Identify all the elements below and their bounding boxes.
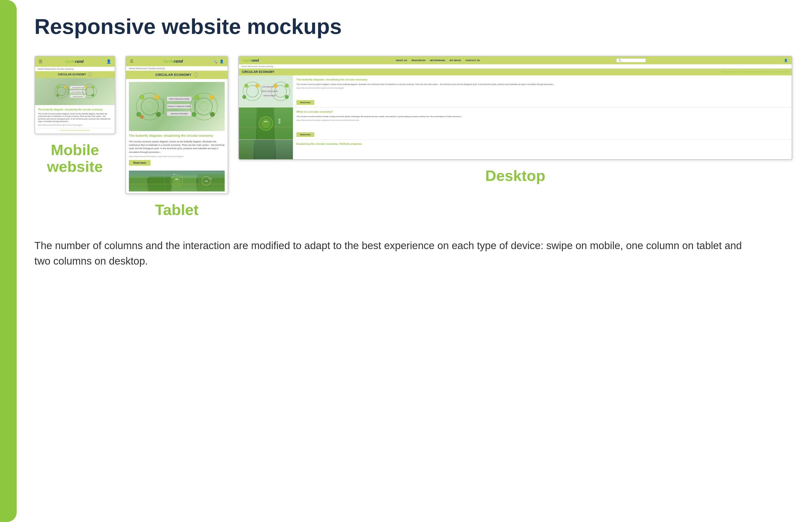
svg-rect-85 xyxy=(255,140,275,159)
svg-point-81 xyxy=(278,119,281,121)
desktop-article-2-title: What is a circular economy? xyxy=(296,110,788,114)
desktop-article-1-text: The circular economy system diagram, kno… xyxy=(296,83,788,86)
svg-rect-75 xyxy=(275,107,293,139)
desktop-page-title: CIRCULAR ECONOMY xyxy=(242,70,275,74)
tab-success[interactable]: Success stories xyxy=(775,71,789,73)
tablet-user-icon[interactable]: 👤 xyxy=(219,59,224,63)
tablet-article-text: The circular economy system diagram, kno… xyxy=(129,140,225,154)
desktop-article-1-body: The butterfly diagram: visualising the c… xyxy=(293,75,792,107)
mobile-mockup-wrapper: ☰ cyclerand 👤 Home/ Resources/ Circular … xyxy=(34,56,115,175)
hamburger-icon[interactable]: ☰ xyxy=(39,59,42,64)
mobile-page-title: CIRCULAR ECONOMY xyxy=(58,73,86,76)
svg-text:73%: 73% xyxy=(204,180,208,182)
nav-contact-us[interactable]: CONTACT US xyxy=(466,59,480,62)
mobile-article-content: The butterfly diagram: visualising the c… xyxy=(35,105,115,134)
tablet-download-icon[interactable]: ↓ xyxy=(194,73,198,77)
desktop-header: cyclerand ABOUT US RESOURCES NETWORKING … xyxy=(239,57,792,64)
article3-image xyxy=(239,140,293,159)
tablet-article-url: https://ellenmacarthurfoundation.org/cir… xyxy=(129,155,225,158)
description-text: The number of columns and the interactio… xyxy=(34,238,747,269)
svg-point-18 xyxy=(145,102,154,111)
desktop-article-2-image: 58% xyxy=(239,107,293,139)
svg-text:58%: 58% xyxy=(264,120,268,123)
swipe-indicator xyxy=(38,130,112,130)
desktop-breadcrumb: Home/ Resources/ Circular economy xyxy=(239,64,792,68)
svg-text:PRODUCT MANUFACTURER: PRODUCT MANUFACTURER xyxy=(168,105,191,107)
desktop-tabs: Research advances Sustainability today a… xyxy=(722,71,789,73)
desktop-page-title-bar: CIRCULAR ECONOMY Research advances Susta… xyxy=(239,68,792,75)
user-icon[interactable]: 👤 xyxy=(106,59,111,64)
desktop-search-icon: 🔍 xyxy=(618,59,621,62)
desktop-logo: cyclerand xyxy=(243,58,259,62)
tablet-page-title-bar: CIRCULAR ECONOMY ↓ xyxy=(126,71,227,79)
desktop-article-1-url: https://ellenmacarthurfoundation.org/cir… xyxy=(296,87,788,89)
svg-point-36 xyxy=(192,112,196,117)
svg-point-32 xyxy=(140,115,144,119)
mobile-header: ☰ cyclerand 👤 xyxy=(35,57,115,67)
svg-text:⚡: ⚡ xyxy=(141,96,143,99)
tablet-hamburger-icon[interactable]: ☰ xyxy=(130,59,133,64)
desktop-article-3-row: Explaining the circular economy: Rethink… xyxy=(239,140,792,159)
tablet-page-title: CIRCULAR ECONOMY xyxy=(155,73,192,77)
svg-point-14 xyxy=(84,86,87,88)
svg-rect-82 xyxy=(278,121,280,124)
desktop-article-1-row: PARTS MANUFACTURER PRODUCT MANUFACTURER … xyxy=(239,75,792,107)
tablet-logo: cyclerand xyxy=(163,59,183,64)
mobile-article-image: PARTS MANUFACTURER PRODUCT MANUFACTURER … xyxy=(35,78,115,105)
desktop-article-2-row: 58% What is a circular economy? The circ… xyxy=(239,107,792,139)
aerial-image-desktop: 58% xyxy=(239,107,293,139)
desktop-user-icon[interactable]: 👤 xyxy=(784,59,788,62)
butterfly-diagram-mobile: PARTS MANUFACTURER PRODUCT MANUFACTURER … xyxy=(52,79,98,104)
nav-resources[interactable]: RESOURCES xyxy=(412,59,425,62)
mobile-logo: cyclerand xyxy=(65,59,84,64)
svg-point-71 xyxy=(285,95,289,99)
tab-sustainability[interactable]: Sustainability today and tomorrow xyxy=(742,71,772,73)
desktop-label: Desktop xyxy=(238,167,792,184)
svg-text:PARTS MANUFACTURER: PARTS MANUFACTURER xyxy=(72,87,84,88)
svg-rect-73 xyxy=(239,107,256,139)
svg-point-12 xyxy=(56,94,59,97)
desktop-read-more-button-1[interactable]: Read more xyxy=(296,100,314,105)
tab-research[interactable]: Research advances xyxy=(722,71,739,73)
svg-point-15 xyxy=(91,94,94,97)
mobile-label: Mobilewebsite xyxy=(47,142,103,175)
desktop-search-bar[interactable]: 🔍 xyxy=(616,58,646,62)
svg-text:SERVICE PROVIDER: SERVICE PROVIDER xyxy=(263,95,276,97)
stat-73: 73% xyxy=(209,178,212,180)
nav-my-space[interactable]: MY SPACE xyxy=(450,59,461,62)
desktop-nav: ABOUT US RESOURCES NETWORKING MY SPACE C… xyxy=(396,59,480,62)
tablet-label: Tablet xyxy=(155,201,199,218)
svg-text:PRODUCT MANUFACTURER: PRODUCT MANUFACTURER xyxy=(71,92,84,93)
tablet-header: ☰ cyclerand 🔍 👤 xyxy=(126,57,227,66)
mobile-breadcrumb: Home/ Resources/ Circular economy xyxy=(35,67,115,71)
tablet-icons: 🔍 👤 xyxy=(213,59,224,63)
svg-rect-86 xyxy=(276,140,293,159)
tablet-second-article-image: 38% 73% 30% 73% xyxy=(129,170,225,192)
svg-point-67 xyxy=(255,84,259,87)
left-accent-bar xyxy=(0,0,17,522)
svg-rect-47 xyxy=(198,174,225,192)
stat-30: 30% xyxy=(173,174,177,176)
page-title: Responsive website mockups xyxy=(34,15,792,39)
svg-text:PARTS MANUFACTURER: PARTS MANUFACTURER xyxy=(169,98,190,100)
mobile-page-title-bar: CIRCULAR ECONOMY ↓ xyxy=(35,71,115,78)
download-icon[interactable]: ↓ xyxy=(88,73,92,77)
tablet-frame: ☰ cyclerand 🔍 👤 Home/ Resources/ Circula… xyxy=(125,56,229,194)
tablet-article-content: The butterfly diagram: visualising the c… xyxy=(126,134,227,168)
desktop-frame: cyclerand ABOUT US RESOURCES NETWORKING … xyxy=(238,56,792,160)
desktop-read-more-button-2[interactable]: Read more xyxy=(296,132,314,137)
desktop-article-2-body: What is a circular economy? The circular… xyxy=(293,107,792,139)
svg-point-51 xyxy=(173,177,181,185)
nav-networking[interactable]: NETWORKING xyxy=(430,59,445,62)
tablet-search-icon[interactable]: 🔍 xyxy=(213,59,217,63)
svg-rect-84 xyxy=(239,140,254,159)
desktop-article-1-title: The butterfly diagram: visualising the c… xyxy=(296,78,788,81)
desktop-article-2-url: https://ellenmacarthurfoundation.org/top… xyxy=(296,119,788,121)
desktop-article-1-image: PARTS MANUFACTURER PRODUCT MANUFACTURER … xyxy=(239,75,293,107)
desktop-mockup-wrapper: cyclerand ABOUT US RESOURCES NETWORKING … xyxy=(238,56,792,184)
svg-text:PRODUCT MANUFACTURER: PRODUCT MANUFACTURER xyxy=(261,91,278,92)
mobile-article-text: The circular economy system diagram, kno… xyxy=(38,113,112,123)
svg-point-68 xyxy=(242,95,246,99)
nav-about-us[interactable]: ABOUT US xyxy=(396,59,407,62)
tablet-read-more-button[interactable]: Read more xyxy=(129,160,151,166)
